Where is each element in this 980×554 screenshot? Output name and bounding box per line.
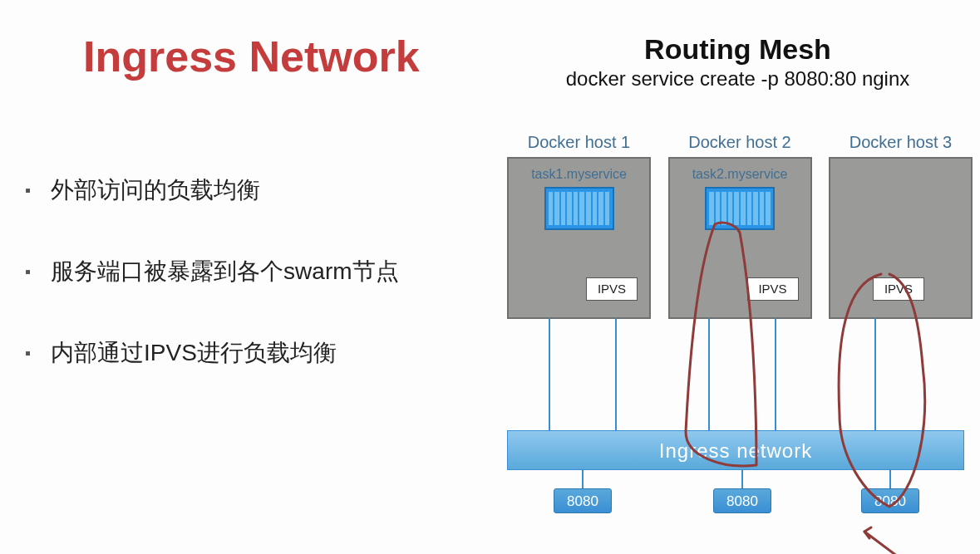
host-label: Docker host 2 <box>668 133 812 152</box>
connector-line <box>708 318 710 436</box>
host-label: Docker host 3 <box>829 133 973 152</box>
ipvs-box: IPVS <box>586 277 638 301</box>
host-label: Docker host 1 <box>507 133 651 152</box>
diagram-subtitle: docker service create -p 8080:80 nginx <box>507 67 968 91</box>
bullet-text: 外部访问的负载均衡 <box>51 174 260 206</box>
bullet-list: 外部访问的负载均衡 服务端口被暴露到各个swarm节点 内部通过IPVS进行负载… <box>25 174 490 419</box>
ipvs-box: IPVS <box>873 277 924 301</box>
docker-host-3: Docker host 3 IPVS <box>829 133 973 341</box>
port-box: 8080 <box>861 488 919 513</box>
task-label: task1.myservice <box>509 167 649 182</box>
docker-host-1: Docker host 1 task1.myservice IPVS <box>507 133 651 341</box>
bullet-text: 服务端口被暴露到各个swarm节点 <box>51 256 398 287</box>
port-box: 8080 <box>554 488 612 513</box>
diagram: Routing Mesh docker service create -p 80… <box>507 33 968 540</box>
ipvs-box: IPVS <box>747 277 799 301</box>
connector-line <box>615 318 617 436</box>
container-icon <box>544 187 614 230</box>
docker-host-2: Docker host 2 task2.myservice IPVS <box>668 133 812 341</box>
diagram-title: Routing Mesh <box>507 33 968 66</box>
bullet-text: 内部通过IPVS进行负载均衡 <box>51 337 337 369</box>
slide-title: Ingress Network <box>83 32 420 81</box>
connector-line <box>549 318 550 436</box>
port-box: 8080 <box>713 488 771 513</box>
connector-line <box>775 318 776 436</box>
ingress-network-bar: Ingress network <box>507 430 964 470</box>
task-label: task2.myservice <box>670 167 810 182</box>
container-icon <box>705 187 775 230</box>
bullet-item: 服务端口被暴露到各个swarm节点 <box>25 256 490 287</box>
connector-line <box>874 318 876 436</box>
bullet-item: 内部通过IPVS进行负载均衡 <box>25 337 490 369</box>
bullet-item: 外部访问的负载均衡 <box>25 174 490 206</box>
